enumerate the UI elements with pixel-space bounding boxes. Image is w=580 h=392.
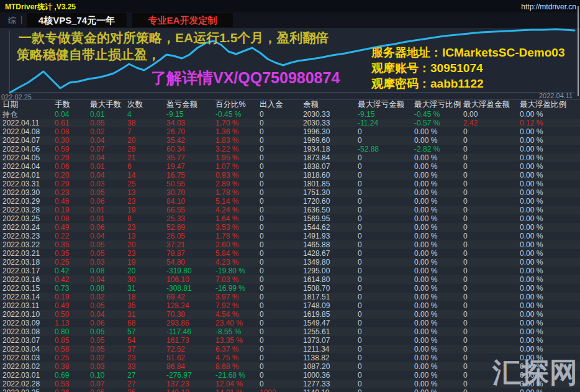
table-cell: 0.49 <box>55 223 90 232</box>
ea-dev-ad-button[interactable]: 专业EA开发定制 <box>132 13 233 27</box>
table-cell: 4.54 % <box>215 310 260 319</box>
table-cell: 69.42 <box>166 293 215 301</box>
table-cell: 0 <box>358 327 414 336</box>
vps-ad-button[interactable]: 4核VPS_74元一年 <box>27 13 127 27</box>
table-cell: 2022.03.25 <box>2 214 55 223</box>
table-cell: 0.00 % <box>520 319 580 327</box>
table-row[interactable]: 2022.03.091.130.0668293.8623.40 %01549.4… <box>0 319 580 327</box>
table-cell: 4.23 % <box>215 258 260 267</box>
table-row[interactable]: 2022.03.170.420.0820-319.80-19.80 %01295… <box>0 267 580 275</box>
server-info-block: 服务器地址：ICMarketsSC-Demo03 观摩账号：30951074 观… <box>371 45 564 91</box>
table-cell: 54 <box>127 336 166 345</box>
table-row[interactable]: 2022.04.060.590.072860.343.22 %01934.18-… <box>0 145 580 153</box>
table-cell: 0 <box>358 275 414 284</box>
table-row[interactable]: 2022.03.010.690.1027-276.97-21.68 %01000… <box>0 371 580 380</box>
table-cell: 0.73 <box>55 284 90 293</box>
scrollbar[interactable] <box>578 6 579 96</box>
table-cell: 0.00 % <box>520 223 580 232</box>
table-row[interactable]: 2022.03.240.490.062352.693.53 %01544.620… <box>0 223 580 232</box>
table-row[interactable]: 2022.03.250.080.01825.331.64 %01569.9500… <box>0 214 580 223</box>
table-cell: 0.38 <box>55 362 90 371</box>
table-row[interactable]: 2022.03.080.800.0557-117.46-8.55 %01255.… <box>0 327 580 336</box>
table-cell: 0.59 <box>55 145 90 153</box>
tab-summary[interactable]: 综 <box>8 15 16 26</box>
table-row[interactable]: 2022.02.250.360.0525140.1014.01 %1000114… <box>0 388 580 392</box>
table-cell: 0.00 % <box>414 293 463 301</box>
table-cell: 0.00 % <box>520 153 580 162</box>
table-cell: 1996.30 <box>303 127 358 136</box>
table-row[interactable]: 2022.03.180.250.031954.804.23 %01349.800… <box>0 258 580 267</box>
column-header: 最大浮盈金额 <box>463 100 520 110</box>
x-axis-end-label: 2022.04.11 <box>539 92 573 99</box>
table-row[interactable]: 2022.03.100.500.043170.384.54 %01619.850… <box>0 310 580 319</box>
table-row[interactable]: 2022.03.070.850.0554161.7313.35 %01373.0… <box>0 336 580 345</box>
table-cell: 0.19 <box>55 206 90 214</box>
table-row[interactable]: 2022.02.280.530.0727137.2312.04 %01277.3… <box>0 380 580 388</box>
table-cell: 0.00 % <box>520 353 580 362</box>
table-cell: 37.21 <box>166 240 215 249</box>
table-cell: 0.00 % <box>414 153 463 162</box>
table-row[interactable]: 持仓0.040.014-9.15-0.45 %02030.33-9.15-0.4… <box>0 110 580 119</box>
table-cell: 0.35 <box>55 240 90 249</box>
table-cell: 2022.04.07 <box>2 136 55 145</box>
table-cell: 0.00 % <box>520 258 580 267</box>
table-cell: -308.81 <box>166 284 215 293</box>
table-row[interactable]: 2022.03.020.380.033386.848.68 %01087.200… <box>0 362 580 371</box>
table-cell: 1349.80 <box>303 258 358 267</box>
table-cell: 0 <box>358 240 414 249</box>
table-cell: 25 <box>127 180 166 188</box>
table-row[interactable]: 2022.04.010.200.041416.750.93 %01818.600… <box>0 171 580 180</box>
table-cell: 20 <box>127 240 166 249</box>
table-row[interactable]: 2022.04.050.290.042135.771.95 %01873.840… <box>0 153 580 162</box>
table-cell: 2022.03.23 <box>2 232 55 240</box>
table-cell: 0.00 % <box>414 380 463 388</box>
table-cell: 0 <box>260 258 303 267</box>
table-cell: 50.55 <box>166 180 215 188</box>
table-cell: 4.24 % <box>215 206 260 214</box>
table-cell: 28 <box>127 145 166 153</box>
table-cell: -117.46 <box>166 327 215 336</box>
table-cell: 7.92 % <box>215 301 260 310</box>
table-cell: 0.00 % <box>414 232 463 240</box>
table-row[interactable]: 2022.03.110.490.0535128.247.92 %01748.09… <box>0 301 580 310</box>
table-row[interactable]: 2022.03.160.420.0430106.107.03 %01614.80… <box>0 275 580 284</box>
table-cell: 0 <box>463 258 520 267</box>
table-row[interactable]: 2022.03.030.250.022351.624.75 %01138.820… <box>0 353 580 362</box>
table-cell: 0 <box>463 380 520 388</box>
table-row[interactable]: 2022.03.300.230.051330.701.78 %01751.300… <box>0 188 580 197</box>
table-cell: 0.00 % <box>414 136 463 145</box>
table-cell: 1.95 % <box>215 153 260 162</box>
table-row[interactable]: 2022.03.280.190.011966.554.24 %01636.500… <box>0 206 580 214</box>
ad-headline-line2: 策略稳健自带止损止盈， <box>17 46 160 63</box>
table-row[interactable]: 2022.03.230.220.041326.051.78 %01491.930… <box>0 232 580 240</box>
table-cell: 0.00 % <box>414 162 463 171</box>
table-cell: 140.10 <box>166 388 215 392</box>
website-link[interactable]: http://mtdriver.cn <box>521 2 576 11</box>
table-row[interactable]: 2022.03.040.580.053772.526.37 %01211.340… <box>0 345 580 353</box>
table-cell: 0 <box>260 145 303 153</box>
table-row[interactable]: 2022.04.070.300.042035.421.83 %01969.600… <box>0 136 580 145</box>
table-cell: 0.00 % <box>414 353 463 362</box>
table-cell: 0.05 <box>90 188 127 197</box>
table-row[interactable]: 2022.03.140.190.021869.423.97 %01817.510… <box>0 293 580 301</box>
table-cell: 38 <box>127 119 166 127</box>
table-cell: 0 <box>260 336 303 345</box>
table-cell: 0 <box>260 110 303 119</box>
table-cell: 137.23 <box>166 380 215 388</box>
table-row[interactable]: 2022.04.110.610.053834.031.70 %02030.33-… <box>0 119 580 127</box>
table-cell: 0 <box>260 380 303 388</box>
table-cell: 1.07 % <box>215 162 260 171</box>
table-cell: 23 <box>127 223 166 232</box>
table-row[interactable]: 2022.03.220.350.052037.212.60 %01465.880… <box>0 240 580 249</box>
table-cell: 0 <box>463 153 520 162</box>
table-row[interactable]: 2022.03.310.290.032550.552.89 %01801.850… <box>0 180 580 188</box>
table-row[interactable]: 2022.04.040.060.01619.471.07 %01838.0700… <box>0 162 580 171</box>
table-row[interactable]: 2022.03.290.460.062384.105.14 %01720.600… <box>0 197 580 206</box>
table-row[interactable]: 2022.03.210.350.052378.875.84 %01428.670… <box>0 249 580 258</box>
table-row[interactable]: 2022.04.080.080.02726.701.36 %01996.3000… <box>0 127 580 136</box>
table-cell: 0.00 % <box>414 319 463 327</box>
table-cell: 26.05 <box>166 232 215 240</box>
table-cell: 0.00 % <box>414 267 463 275</box>
table-row[interactable]: 2022.03.150.730.0831-308.81-16.99 %01508… <box>0 284 580 293</box>
column-header: 最大浮亏比例 <box>414 100 463 110</box>
